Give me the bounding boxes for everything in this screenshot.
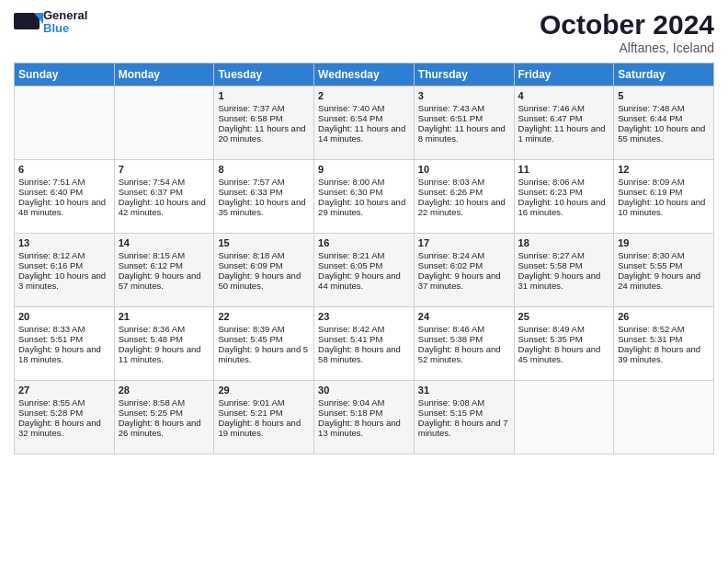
sunrise-text: Sunrise: 8:58 AM [119, 397, 210, 408]
daylight-text: Daylight: 8 hours and 39 minutes. [618, 344, 710, 364]
calendar-cell: 28Sunrise: 8:58 AMSunset: 5:25 PMDayligh… [114, 381, 214, 454]
calendar-cell [614, 381, 714, 454]
sunset-text: Sunset: 6:26 PM [418, 187, 510, 197]
sunset-text: Sunset: 6:30 PM [318, 187, 410, 197]
calendar-cell [15, 86, 115, 160]
sunrise-text: Sunrise: 8:21 AM [318, 250, 410, 260]
sunset-text: Sunset: 5:31 PM [618, 334, 710, 344]
day-number: 13 [18, 237, 110, 248]
daylight-text: Daylight: 8 hours and 32 minutes. [18, 418, 110, 438]
calendar-cell: 26Sunrise: 8:52 AMSunset: 5:31 PMDayligh… [614, 307, 714, 381]
daylight-text: Daylight: 10 hours and 16 minutes. [518, 197, 610, 217]
sunrise-text: Sunrise: 7:40 AM [318, 103, 410, 113]
sunrise-text: Sunrise: 9:08 AM [418, 397, 510, 408]
sunrise-text: Sunrise: 9:04 AM [318, 397, 410, 408]
title-block: October 2024 Alftanes, Iceland [540, 9, 714, 55]
calendar-week-row: 13Sunrise: 8:12 AMSunset: 6:16 PMDayligh… [15, 234, 714, 307]
daylight-text: Daylight: 8 hours and 26 minutes. [119, 418, 210, 438]
day-number: 28 [119, 385, 210, 396]
sunset-text: Sunset: 5:21 PM [218, 408, 310, 418]
sunset-text: Sunset: 5:25 PM [119, 408, 210, 418]
daylight-text: Daylight: 9 hours and 44 minutes. [318, 270, 410, 291]
daylight-text: Daylight: 9 hours and 31 minutes. [518, 270, 610, 291]
calendar-cell: 21Sunrise: 8:36 AMSunset: 5:48 PMDayligh… [114, 307, 214, 381]
day-number: 21 [119, 311, 210, 322]
calendar-cell [514, 381, 614, 454]
logo-icon [14, 11, 43, 33]
daylight-text: Daylight: 10 hours and 10 minutes. [618, 197, 710, 217]
sunrise-text: Sunrise: 7:46 AM [518, 103, 610, 113]
calendar-cell: 8Sunrise: 7:57 AMSunset: 6:33 PMDaylight… [214, 160, 314, 234]
sunrise-text: Sunrise: 7:51 AM [18, 177, 110, 187]
day-number: 11 [518, 164, 610, 175]
day-number: 26 [618, 311, 710, 322]
calendar-cell: 25Sunrise: 8:49 AMSunset: 5:35 PMDayligh… [514, 307, 614, 381]
calendar-cell: 17Sunrise: 8:24 AMSunset: 6:02 PMDayligh… [414, 234, 514, 307]
sunset-text: Sunset: 6:51 PM [418, 113, 510, 123]
day-number: 9 [318, 164, 410, 175]
daylight-text: Daylight: 9 hours and 24 minutes. [618, 270, 710, 291]
sunset-text: Sunset: 5:48 PM [119, 334, 210, 344]
daylight-text: Daylight: 10 hours and 3 minutes. [18, 270, 110, 291]
daylight-text: Daylight: 9 hours and 37 minutes. [418, 270, 510, 291]
day-number: 12 [618, 164, 710, 175]
day-number: 27 [18, 385, 110, 396]
sunset-text: Sunset: 6:58 PM [218, 113, 310, 123]
sunrise-text: Sunrise: 8:46 AM [418, 324, 510, 334]
day-number: 22 [218, 311, 310, 322]
day-number: 24 [418, 311, 510, 322]
calendar-cell: 3Sunrise: 7:43 AMSunset: 6:51 PMDaylight… [414, 86, 514, 160]
calendar-cell: 10Sunrise: 8:03 AMSunset: 6:26 PMDayligh… [414, 160, 514, 234]
sunrise-text: Sunrise: 8:27 AM [518, 250, 610, 260]
sunrise-text: Sunrise: 9:01 AM [218, 397, 310, 408]
sunset-text: Sunset: 6:16 PM [18, 260, 110, 270]
day-number: 5 [618, 90, 710, 101]
weekday-header: Sunday [15, 63, 115, 86]
sunset-text: Sunset: 6:44 PM [618, 113, 710, 123]
sunset-text: Sunset: 6:09 PM [218, 260, 310, 270]
day-number: 23 [318, 311, 410, 322]
weekday-header: Monday [114, 63, 214, 86]
day-number: 30 [318, 385, 410, 396]
weekday-header: Tuesday [214, 63, 314, 86]
daylight-text: Daylight: 11 hours and 20 minutes. [218, 123, 310, 144]
daylight-text: Daylight: 10 hours and 22 minutes. [418, 197, 510, 217]
sunrise-text: Sunrise: 8:36 AM [119, 324, 210, 334]
sunrise-text: Sunrise: 7:57 AM [218, 177, 310, 187]
day-number: 10 [418, 164, 510, 175]
day-number: 31 [418, 385, 510, 396]
sunrise-text: Sunrise: 8:52 AM [618, 324, 710, 334]
sunset-text: Sunset: 6:05 PM [318, 260, 410, 270]
sunset-text: Sunset: 5:38 PM [418, 334, 510, 344]
calendar-week-row: 6Sunrise: 7:51 AMSunset: 6:40 PMDaylight… [15, 160, 714, 234]
daylight-text: Daylight: 11 hours and 8 minutes. [418, 123, 510, 144]
calendar-cell: 18Sunrise: 8:27 AMSunset: 5:58 PMDayligh… [514, 234, 614, 307]
day-number: 15 [218, 237, 310, 248]
sunrise-text: Sunrise: 8:15 AM [119, 250, 210, 260]
sunset-text: Sunset: 6:23 PM [518, 187, 610, 197]
calendar-cell [114, 86, 214, 160]
day-number: 2 [318, 90, 410, 101]
calendar-cell: 27Sunrise: 8:55 AMSunset: 5:28 PMDayligh… [15, 381, 115, 454]
sunrise-text: Sunrise: 8:42 AM [318, 324, 410, 334]
daylight-text: Daylight: 8 hours and 13 minutes. [318, 418, 410, 438]
day-number: 8 [218, 164, 310, 175]
sunset-text: Sunset: 5:45 PM [218, 334, 310, 344]
sunrise-text: Sunrise: 8:03 AM [418, 177, 510, 187]
sunset-text: Sunset: 5:15 PM [418, 408, 510, 418]
daylight-text: Daylight: 8 hours and 58 minutes. [318, 344, 410, 364]
calendar-header-row: SundayMondayTuesdayWednesdayThursdayFrid… [15, 63, 714, 86]
daylight-text: Daylight: 9 hours and 11 minutes. [119, 344, 210, 364]
sunrise-text: Sunrise: 7:37 AM [218, 103, 310, 113]
weekday-header: Wednesday [314, 63, 415, 86]
day-number: 20 [18, 311, 110, 322]
logo-general: General [43, 9, 87, 22]
sunset-text: Sunset: 5:58 PM [518, 260, 610, 270]
calendar-cell: 2Sunrise: 7:40 AMSunset: 6:54 PMDaylight… [314, 86, 415, 160]
daylight-text: Daylight: 10 hours and 29 minutes. [318, 197, 410, 217]
sunset-text: Sunset: 6:12 PM [119, 260, 210, 270]
sunrise-text: Sunrise: 8:49 AM [518, 324, 610, 334]
day-number: 19 [618, 237, 710, 248]
sunrise-text: Sunrise: 8:55 AM [18, 397, 110, 408]
calendar-cell: 16Sunrise: 8:21 AMSunset: 6:05 PMDayligh… [314, 234, 415, 307]
